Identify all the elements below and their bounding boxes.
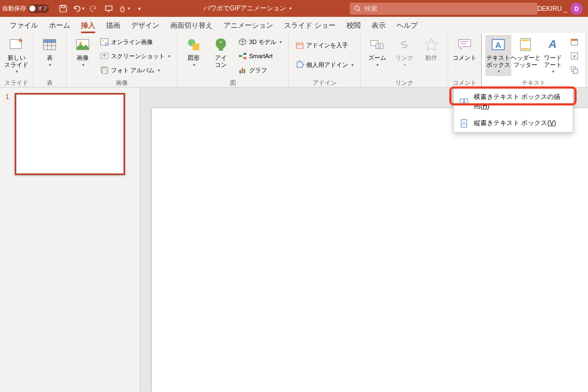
pictures-button[interactable]: 画像▾ bbox=[70, 35, 96, 76]
slide-canvas-area[interactable] bbox=[140, 88, 588, 392]
slide-thumbnails-panel[interactable]: 1 bbox=[0, 88, 140, 392]
quick-access-toolbar: ▾ ▾ ▾ bbox=[57, 2, 146, 15]
number-icon: # bbox=[570, 52, 579, 60]
svg-point-3 bbox=[355, 6, 359, 10]
undo-button[interactable]: ▾ bbox=[72, 2, 85, 15]
shapes-icon bbox=[185, 36, 202, 53]
zoom-label: ズーム bbox=[368, 54, 386, 61]
3d-models-button[interactable]: 3D モデル▾ bbox=[236, 36, 284, 48]
save-button[interactable] bbox=[57, 2, 70, 15]
ribbon: 新しい スライド▾ スライド 表▾ 表 画像▾ オンライン画像 スクリーンショッ… bbox=[0, 33, 588, 88]
date-time-button[interactable] bbox=[568, 36, 581, 48]
group-tables: 表▾ 表 bbox=[33, 33, 66, 87]
svg-rect-21 bbox=[239, 70, 241, 73]
online-pictures-label: オンライン画像 bbox=[111, 38, 153, 46]
svg-rect-24 bbox=[296, 43, 303, 48]
online-pictures-button[interactable]: オンライン画像 bbox=[98, 36, 172, 48]
autosave-toggle[interactable]: オフ bbox=[28, 4, 49, 13]
text-box-dropdown: A 横書きテキスト ボックスの描画(H) A 縦書きテキスト ボックス(V) bbox=[453, 88, 573, 133]
tab-design[interactable]: デザイン bbox=[126, 17, 165, 33]
screenshot-icon bbox=[100, 52, 109, 60]
tab-draw[interactable]: 描画 bbox=[101, 17, 126, 33]
my-addins-button[interactable]: 個人用アドイン▾ bbox=[293, 59, 356, 71]
icons-label: アイ コン bbox=[215, 54, 227, 68]
customize-qat-button[interactable]: ▾ bbox=[133, 2, 146, 15]
group-comments-label: コメント bbox=[453, 78, 476, 87]
table-button[interactable]: 表▾ bbox=[36, 35, 63, 76]
workspace: 1 bbox=[0, 88, 588, 392]
smartart-button[interactable]: SmartArt bbox=[236, 50, 284, 62]
thumbnail-1-wrap[interactable]: 1 bbox=[5, 93, 140, 175]
object-button[interactable] bbox=[568, 64, 581, 76]
cube-icon bbox=[238, 38, 247, 46]
icons-button[interactable]: アイ コン bbox=[208, 35, 234, 76]
svg-rect-18 bbox=[239, 55, 242, 57]
comment-label: コメント bbox=[453, 54, 476, 61]
group-symbols: Ω 記号と 特殊文字▾ bbox=[586, 33, 588, 87]
account-area[interactable]: DEKIRU _ D bbox=[537, 3, 583, 15]
group-slides-label: スライド bbox=[4, 78, 28, 87]
group-images-label: 画像 bbox=[116, 78, 128, 87]
photo-album-button[interactable]: フォト アルバム▾ bbox=[98, 64, 172, 76]
link-button[interactable]: リンク▾ bbox=[391, 35, 417, 76]
svg-rect-1 bbox=[61, 5, 65, 8]
search-box[interactable] bbox=[350, 3, 537, 15]
svg-rect-23 bbox=[244, 69, 245, 73]
redo-button[interactable] bbox=[87, 2, 100, 15]
tab-home[interactable]: ホーム bbox=[44, 17, 76, 33]
svg-rect-31 bbox=[522, 40, 530, 41]
wordart-button[interactable]: A ワード アート▾ bbox=[540, 35, 566, 76]
svg-rect-20 bbox=[244, 57, 246, 59]
get-addins-button[interactable]: アドインを入手 bbox=[293, 39, 356, 51]
touch-icon bbox=[118, 4, 127, 13]
slide-thumbnail-1[interactable] bbox=[15, 93, 125, 175]
slide-number-button[interactable]: # bbox=[568, 50, 581, 62]
icons-icon bbox=[212, 36, 230, 53]
save-icon bbox=[59, 4, 67, 13]
tab-slideshow[interactable]: スライド ショー bbox=[278, 17, 341, 33]
title-center: パワポでGIFアニメーション ▾ bbox=[146, 4, 350, 13]
tab-review[interactable]: 校閲 bbox=[341, 17, 366, 33]
screenshot-button[interactable]: スクリーンショット▾ bbox=[98, 50, 172, 62]
tab-transitions[interactable]: 画面切り替え bbox=[165, 17, 218, 33]
svg-text:A: A bbox=[496, 40, 502, 49]
header-footer-icon bbox=[517, 36, 534, 53]
search-input[interactable] bbox=[364, 5, 534, 13]
draw-horizontal-text-box[interactable]: A 横書きテキスト ボックスの描画(H) bbox=[454, 89, 572, 115]
title-dropdown-icon[interactable]: ▾ bbox=[289, 6, 292, 11]
tab-animations[interactable]: アニメーション bbox=[218, 17, 278, 33]
group-tables-label: 表 bbox=[47, 78, 53, 87]
group-text-label: テキスト bbox=[522, 78, 546, 87]
svg-rect-32 bbox=[522, 48, 530, 50]
text-box-button[interactable]: A テキスト ボックス▾ bbox=[485, 35, 511, 76]
slide-canvas[interactable] bbox=[152, 108, 588, 392]
zoom-button[interactable]: ズーム▾ bbox=[364, 35, 390, 76]
horizontal-text-label: 横書きテキスト ボックスの描画(H) bbox=[474, 92, 567, 111]
tab-file[interactable]: ファイル bbox=[4, 17, 44, 33]
horizontal-text-icon: A bbox=[460, 97, 468, 106]
touch-mode-button[interactable]: ▾ bbox=[117, 2, 131, 15]
text-box-label: テキスト ボックス bbox=[486, 54, 510, 68]
action-button[interactable]: 動作 bbox=[418, 35, 444, 76]
svg-rect-15 bbox=[102, 68, 108, 73]
get-addins-label: アドインを入手 bbox=[306, 41, 348, 49]
svg-text:A: A bbox=[548, 38, 557, 50]
tab-help[interactable]: ヘルプ bbox=[391, 17, 423, 33]
new-slide-button[interactable]: 新しい スライド▾ bbox=[3, 35, 29, 76]
link-icon bbox=[395, 36, 413, 53]
shapes-button[interactable]: 図形▾ bbox=[181, 35, 207, 76]
vertical-text-box[interactable]: A 縦書きテキスト ボックス(V) bbox=[454, 115, 572, 132]
tab-insert[interactable]: 挿入 bbox=[76, 17, 101, 33]
header-footer-button[interactable]: ヘッダーと フッター bbox=[512, 35, 539, 76]
present-icon bbox=[104, 4, 113, 13]
wordart-label: ワード アート bbox=[544, 54, 562, 68]
undo-icon bbox=[72, 4, 81, 13]
group-illustrations-label: 図 bbox=[230, 78, 236, 87]
svg-rect-22 bbox=[242, 68, 243, 73]
from-beginning-button[interactable] bbox=[102, 2, 115, 15]
tab-view[interactable]: 表示 bbox=[366, 17, 391, 33]
new-slide-label: 新しい スライド bbox=[4, 54, 28, 68]
comment-button[interactable]: コメント bbox=[451, 35, 478, 76]
table-label: 表 bbox=[47, 54, 53, 61]
chart-button[interactable]: グラフ bbox=[236, 64, 284, 76]
